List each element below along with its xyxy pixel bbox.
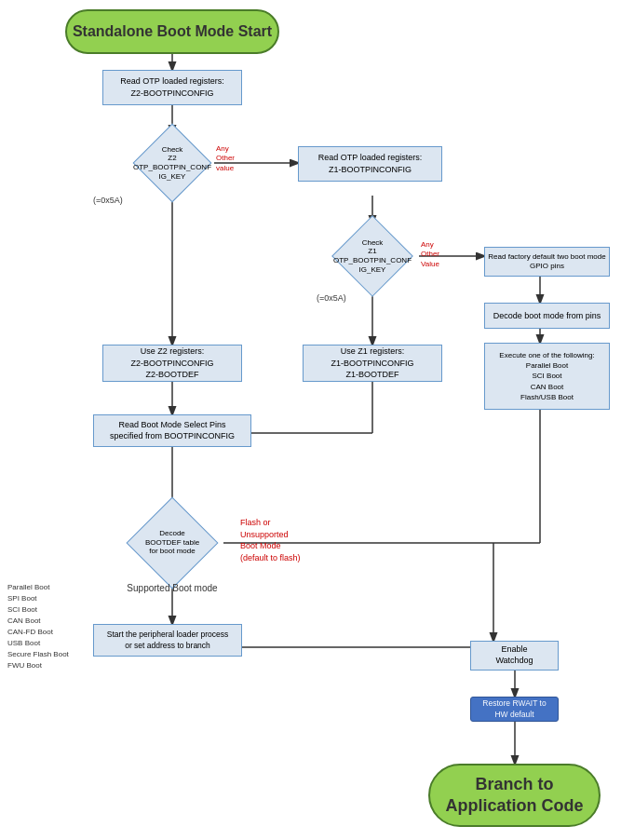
read-otp-z2-label: Read OTP loaded registers: Z2-BOOTPINCON… [116,72,227,102]
restore-rwait: Restore RWAIT to HW default [470,697,559,722]
use-z2-regs-label: Use Z2 registers: Z2-BOOTPINCONFIG Z2-BO… [127,342,217,385]
read-boot-select-label: Read Boot Mode Select Pins specified fro… [106,416,238,445]
enable-watchdog-label: Enable Watchdog [493,642,535,669]
start-peripheral: Start the peripheral loader process or s… [93,624,242,657]
decode-from-pins: Decode boot mode from pins [484,303,610,329]
any-other-value-2-label: Any Other Value [421,240,439,269]
start-label: Standalone Boot Mode Start [73,23,272,40]
branch-node: Branch to Application Code [428,764,601,827]
enable-watchdog: Enable Watchdog [470,641,559,671]
check-z1-diamond: Check Z1 OTP_BOOTPIN_CONF IG_KEY [335,224,410,289]
execute-one-label: Execute one of the following: Parallel B… [495,346,598,406]
read-otp-z1: Read OTP loaded registers: Z1-BOOTPINCON… [298,146,442,182]
check-z2-label: Check Z2 OTP_BOOTPIN_CONF IG_KEY [133,145,211,181]
decode-bootdef-label: Decode BOOTDEF table for boot mode [145,529,199,556]
branch-label: Branch to Application Code [446,774,584,818]
decode-bootdef-diamond: Decode BOOTDEF table for boot mode [130,512,214,573]
read-boot-select: Read Boot Mode Select Pins specified fro… [93,414,251,447]
use-z1-regs-label: Use Z1 registers: Z1-BOOTPINCONFIG Z1-BO… [327,342,417,385]
restore-rwait-label: Restore RWAIT to HW default [482,698,546,719]
any-other-value-1-label: Any Other value [216,144,235,173]
read-otp-z1-label: Read OTP loaded registers: Z1-BOOTPINCON… [315,148,425,179]
read-otp-z2: Read OTP loaded registers: Z2-BOOTPINCON… [102,70,242,105]
use-z1-regs: Use Z1 registers: Z1-BOOTPINCONFIG Z1-BO… [303,345,442,382]
flash-unsupported-label: Flash or Unsupported Boot Mode (default … [240,517,301,563]
start-peripheral-label: Start the peripheral loader process or s… [103,626,232,654]
supported-boot-label: Supported Boot mode [121,583,223,593]
side-boot-labels: Parallel Boot SPI Boot SCI Boot CAN Boot… [7,582,69,671]
read-factory-gpio-label: Read factory default two boot mode GPIO … [485,250,608,275]
start-node: Standalone Boot Mode Start [65,9,279,54]
check-z1-label: Check Z1 OTP_BOOTPIN_CONF IG_KEY [333,238,412,274]
check-z2-diamond: Check Z2 OTP_BOOTPIN_CONF IG_KEY [135,133,209,193]
read-factory-gpio: Read factory default two boot mode GPIO … [484,247,610,277]
decode-from-pins-label: Decode boot mode from pins [493,311,601,320]
equals-5a-2-label: (=0x5A) [317,293,346,303]
use-z2-regs: Use Z2 registers: Z2-BOOTPINCONFIG Z2-BO… [102,345,242,382]
equals-5a-1-label: (=0x5A) [93,196,123,205]
diagram-container: Standalone Boot Mode Start Read OTP load… [0,0,621,840]
execute-one: Execute one of the following: Parallel B… [484,343,610,410]
